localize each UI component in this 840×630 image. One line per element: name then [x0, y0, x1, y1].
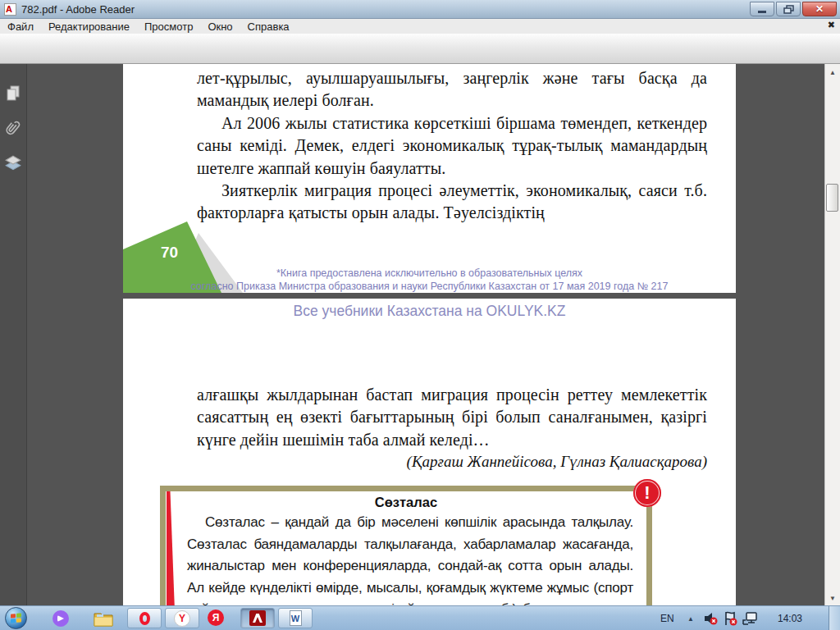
restore-button[interactable]	[776, 2, 801, 16]
scroll-down-icon[interactable]: ▼	[825, 591, 840, 605]
copyright-notice-line2: согласно Приказа Министра образования и …	[123, 281, 736, 292]
show-desktop-button[interactable]	[829, 606, 840, 630]
layers-icon[interactable]	[4, 154, 22, 172]
menu-window[interactable]: Окно	[200, 20, 240, 34]
paragraph: алғашқы жылдарынан бастап миграция проце…	[197, 384, 707, 451]
title-bar[interactable]: A 782.pdf - Adobe Reader ✕	[0, 0, 840, 19]
start-button[interactable]	[5, 607, 27, 629]
okulyk-watermark: Все учебники Казахстана на OKULYK.KZ	[123, 303, 736, 320]
menu-file[interactable]: Файл	[0, 20, 41, 34]
yandex-browser-icon: Y	[174, 610, 190, 627]
taskbar-purple-app-icon[interactable]	[52, 610, 69, 627]
attachments-paperclip-icon[interactable]	[4, 120, 22, 138]
menu-help[interactable]: Справка	[240, 20, 297, 34]
adobe-reader-icon	[249, 610, 267, 626]
taskbar-yandex-browser-button[interactable]: Y	[165, 608, 199, 628]
taskbar-adobe-reader-button[interactable]	[240, 608, 275, 628]
alert-badge-icon: !	[633, 479, 661, 507]
windows-taskbar: Y Я W EN ▲	[0, 605, 840, 630]
yandex-icon: Я	[208, 609, 224, 626]
page-thumbnails-icon[interactable]	[4, 84, 22, 103]
tray-network-icon[interactable]	[742, 611, 756, 626]
opera-icon	[139, 612, 150, 625]
box-title: Сөзталас	[166, 495, 646, 510]
copyright-notice-line1: *Книга предоставлена исключительно в обр…	[123, 267, 736, 279]
paragraph: Зияткерлік миграция процесі әлеуметтік, …	[197, 180, 707, 225]
discussion-box: ! Сөзталас Сөзталас – қандай да бір мәсе…	[160, 486, 652, 605]
tray-clock[interactable]: 14:03	[778, 606, 802, 630]
scrollbar-thumb[interactable]	[826, 184, 838, 212]
close-icon: ✕	[815, 4, 824, 14]
paragraph: Ал 2006 жылы статистика көрсеткіші бірша…	[197, 112, 707, 180]
pdf-page-71[interactable]: Все учебники Казахстана на OKULYK.KZ алғ…	[123, 299, 736, 605]
menu-view[interactable]: Просмотр	[137, 20, 200, 34]
menu-bar: Файл Редактирование Просмотр Окно Справк…	[0, 19, 840, 34]
play-glyph	[57, 615, 64, 622]
document-close-icon[interactable]: ✖	[828, 20, 835, 30]
pdf-file-icon: A	[4, 3, 16, 16]
tray-volume-muted-icon[interactable]	[703, 611, 718, 626]
minimize-icon	[758, 11, 766, 13]
document-viewport: лет-құрылыс, ауылшаруашылығы, заңгерлік …	[0, 64, 840, 605]
paragraph: лет-құрылыс, ауылшаруашылығы, заңгерлік …	[197, 67, 707, 112]
tray-action-center-flag-icon[interactable]	[723, 611, 737, 626]
window-controls: ✕	[750, 2, 837, 16]
toolbar: / 304 − + 100% ▾	[0, 34, 840, 64]
word-icon: W	[290, 610, 302, 626]
taskbar-yandex-icon[interactable]: Я	[208, 609, 224, 626]
minimize-button[interactable]	[750, 2, 774, 16]
page2-text: алғашқы жылдарынан бастап миграция проце…	[197, 384, 707, 471]
box-body-text: Сөзталас – қандай да бір мәселені көпшіл…	[187, 512, 633, 605]
tray-language-indicator[interactable]: EN	[660, 606, 674, 630]
close-button[interactable]: ✕	[802, 2, 837, 16]
scroll-up-icon[interactable]: ▲	[825, 66, 840, 79]
navigation-pane-bar	[0, 64, 27, 605]
taskbar-word-button[interactable]: W	[278, 608, 313, 628]
restore-icon	[783, 5, 794, 14]
vertical-scrollbar[interactable]: ▲ ▼	[824, 64, 840, 605]
taskbar-explorer-icon[interactable]	[94, 611, 113, 627]
window-title: 782.pdf - Adobe Reader	[21, 3, 135, 16]
page-number-label: 70	[161, 244, 178, 261]
tray-chevron-up-icon[interactable]: ▲	[687, 606, 694, 630]
authors-line: (Қарғаш Жанпейісова, Гүлназ Қалиасқарова…	[197, 453, 707, 471]
adobe-reader-window: A 782.pdf - Adobe Reader ✕ Файл Редактир…	[0, 0, 840, 630]
windows-logo-icon	[11, 613, 21, 623]
menu-edit[interactable]: Редактирование	[41, 20, 137, 34]
taskbar-opera-button[interactable]	[127, 608, 162, 628]
exclamation-glyph: !	[644, 482, 650, 504]
page1-text: лет-құрылыс, ауылшаруашылығы, заңгерлік …	[197, 67, 707, 225]
pdf-page-70[interactable]: лет-құрылыс, ауылшаруашылығы, заңгерлік …	[123, 64, 736, 293]
